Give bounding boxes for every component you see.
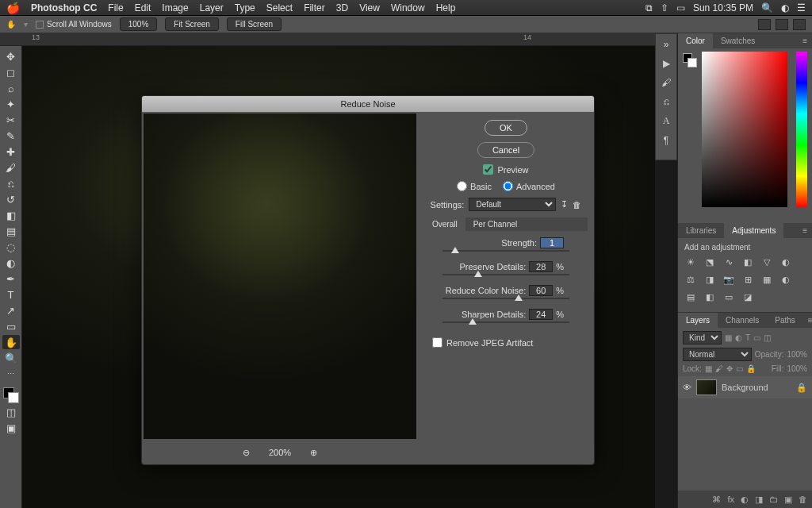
quickmask-icon[interactable]: ◫ <box>2 405 20 419</box>
lasso-tool-icon[interactable]: ⌕ <box>2 81 20 95</box>
layer-thumbnail[interactable] <box>696 379 717 395</box>
new-group-icon[interactable]: 🗀 <box>769 495 778 504</box>
tab-paths[interactable]: Paths <box>767 313 803 328</box>
filter-adj-icon[interactable]: ◐ <box>735 333 742 342</box>
fit-screen-button[interactable]: Fit Screen <box>165 17 219 31</box>
play-icon[interactable]: ▶ <box>663 58 670 69</box>
menu-edit[interactable]: Edit <box>135 2 151 13</box>
dialog-preview[interactable] <box>144 114 416 439</box>
app-name[interactable]: Photoshop CC <box>31 2 97 13</box>
basic-radio[interactable] <box>457 181 467 191</box>
brush-tool-icon[interactable]: 🖌 <box>2 160 20 175</box>
strength-value[interactable]: 1 <box>540 237 564 248</box>
reduce-color-value[interactable]: 60 <box>529 285 553 296</box>
delete-settings-icon[interactable]: 🗑 <box>573 200 581 210</box>
menu-3d[interactable]: 3D <box>336 2 348 13</box>
filter-shape-icon[interactable]: ▭ <box>753 333 760 342</box>
eraser-tool-icon[interactable]: ◧ <box>2 208 20 222</box>
lock-transparent-icon[interactable]: ▦ <box>705 364 712 373</box>
menu-help[interactable]: Help <box>436 2 456 13</box>
apple-icon[interactable]: 🍎 <box>6 2 20 14</box>
trash-icon[interactable]: 🗑 <box>799 495 807 504</box>
stamp-tool-icon[interactable]: ⎌ <box>2 176 20 190</box>
panel-menu-icon[interactable]: ≡ <box>798 223 812 238</box>
tab-channels[interactable]: Channels <box>718 313 767 328</box>
notification-icon[interactable]: ☰ <box>797 2 806 13</box>
tab-adjustments[interactable]: Adjustments <box>724 223 783 238</box>
siri-icon[interactable]: ◐ <box>781 2 789 13</box>
brightness-icon[interactable]: ☀ <box>684 256 697 267</box>
lut-icon[interactable]: ▦ <box>760 274 773 285</box>
dialog-title[interactable]: Reduce Noise <box>142 96 594 112</box>
brush-panel-icon[interactable]: 🖌 <box>661 77 671 88</box>
type-tool-icon[interactable]: T <box>2 287 20 302</box>
clone-panel-icon[interactable]: ⎌ <box>664 96 669 107</box>
crop-tool-icon[interactable]: ✂ <box>2 113 20 127</box>
workspace-btn-3[interactable] <box>793 19 806 30</box>
menu-type[interactable]: Type <box>235 2 255 13</box>
new-layer-icon[interactable]: ▣ <box>784 495 792 505</box>
subtab-overall[interactable]: Overall <box>424 217 465 231</box>
preserve-slider[interactable] <box>442 274 569 275</box>
panel-menu-icon[interactable]: ≡ <box>798 33 812 48</box>
lock-brush-icon[interactable]: 🖌 <box>715 364 723 373</box>
opacity-value[interactable]: 100% <box>787 350 807 359</box>
eyedropper-tool-icon[interactable]: ✎ <box>2 129 20 143</box>
workspace-btn-1[interactable] <box>758 19 771 30</box>
clock[interactable]: Sun 10:35 PM <box>693 2 753 13</box>
wifi-icon[interactable]: ⇧ <box>661 2 668 13</box>
strength-slider[interactable] <box>442 250 569 252</box>
invert-icon[interactable]: ◐ <box>779 274 792 285</box>
menu-view[interactable]: View <box>359 2 380 13</box>
filter-kind-select[interactable]: Kind <box>683 331 722 344</box>
pen-tool-icon[interactable]: ✒ <box>2 271 20 286</box>
menu-select[interactable]: Select <box>266 2 293 13</box>
tab-layers[interactable]: Layers <box>678 313 718 328</box>
lock-all-icon[interactable]: 🔒 <box>746 364 756 373</box>
menu-filter[interactable]: Filter <box>304 2 325 13</box>
ok-button[interactable]: OK <box>485 120 527 136</box>
tab-color[interactable]: Color <box>678 33 713 48</box>
screenmode-icon[interactable]: ▣ <box>2 421 20 435</box>
dropbox-icon[interactable]: ⧉ <box>645 2 653 13</box>
fx-icon[interactable]: fx <box>727 495 734 504</box>
color-field[interactable] <box>702 52 787 207</box>
lock-position-icon[interactable]: ✥ <box>726 364 733 373</box>
eye-icon[interactable]: 👁 <box>683 383 691 392</box>
mask-icon[interactable]: ◐ <box>741 495 749 505</box>
gradient-tool-icon[interactable]: ▤ <box>2 224 20 238</box>
filter-smart-icon[interactable]: ◫ <box>764 333 771 342</box>
threshold-icon[interactable]: ◧ <box>703 291 716 302</box>
hue-slider[interactable] <box>796 52 807 207</box>
filter-pixel-icon[interactable]: ▦ <box>725 333 732 342</box>
advanced-radio[interactable] <box>503 181 513 191</box>
curves-icon[interactable]: ∿ <box>722 256 735 267</box>
blend-mode-select[interactable]: Normal <box>683 348 752 361</box>
reduce-color-slider[interactable] <box>442 298 569 299</box>
color-swatch-pair[interactable] <box>683 53 697 67</box>
settings-select[interactable]: Default <box>469 198 556 211</box>
menu-file[interactable]: File <box>108 2 123 13</box>
lock-artboard-icon[interactable]: ▭ <box>736 364 743 373</box>
battery-icon[interactable]: ▭ <box>676 2 685 13</box>
color-balance-icon[interactable]: ⚖ <box>684 274 697 285</box>
sharpen-value[interactable]: 24 <box>529 309 553 320</box>
para-panel-icon[interactable]: ¶ <box>664 135 668 146</box>
preserve-value[interactable]: 28 <box>529 261 553 272</box>
selective-color-icon[interactable]: ◪ <box>741 291 754 302</box>
menu-window[interactable]: Window <box>391 2 425 13</box>
filter-type-icon[interactable]: T <box>745 333 750 342</box>
hand-tool-icon[interactable]: ✋ <box>6 20 16 29</box>
subtab-perchannel[interactable]: Per Channel <box>465 217 526 231</box>
cancel-button[interactable]: Cancel <box>477 142 534 158</box>
move-tool-icon[interactable]: ✥ <box>2 49 20 64</box>
workspace-btn-2[interactable] <box>776 19 788 30</box>
spotlight-icon[interactable]: 🔍 <box>761 2 773 13</box>
hue-sat-icon[interactable]: ◐ <box>779 256 792 267</box>
wand-tool-icon[interactable]: ✦ <box>2 97 20 111</box>
exposure-icon[interactable]: ◧ <box>741 256 754 267</box>
link-icon[interactable]: ⌘ <box>712 495 721 505</box>
sharpen-slider[interactable] <box>442 321 569 323</box>
fill-screen-button[interactable]: Fill Screen <box>227 17 282 31</box>
fill-value[interactable]: 100% <box>787 364 807 373</box>
